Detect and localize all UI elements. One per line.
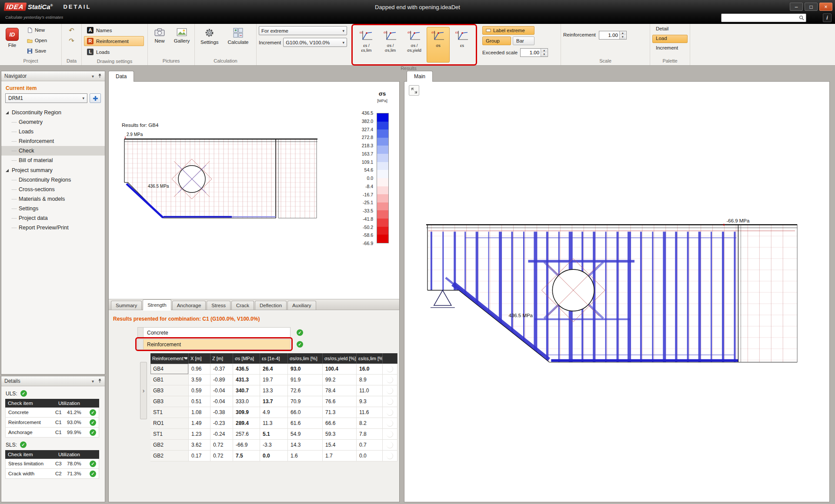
palette-increment-button[interactable]: Increment [652, 44, 688, 53]
result-row[interactable]: GB30.59-0.04340.713.372.678.411.0✓ [150, 385, 397, 396]
new-button[interactable]: New [24, 25, 50, 35]
check-row[interactable]: AnchorageC199.9%✓ [5, 428, 99, 438]
result-tab-strength[interactable]: Strength [143, 299, 171, 310]
result-tab-stress[interactable]: Stress [207, 301, 230, 310]
result-tab-anchorage[interactable]: Anchorage [172, 301, 206, 310]
tab-main[interactable]: Main [407, 71, 433, 82]
file-button[interactable]: ID File [2, 25, 22, 49]
exceeded-scale-value[interactable] [521, 49, 541, 56]
search-box[interactable] [721, 13, 806, 22]
tree-item-reinforcement[interactable]: Reinforcement [1, 136, 105, 146]
palette-load-button[interactable]: Load [652, 35, 688, 43]
main-drawing[interactable]: -66.9 MPa 436.5 MPa [404, 82, 829, 502]
result-row[interactable]: GB30.51-0.04333.013.770.976.69.3✓ [150, 396, 397, 407]
group-button[interactable]: Group [482, 36, 511, 45]
col-header[interactable]: X [m] [189, 353, 210, 364]
check-row[interactable]: ConcreteC141.2%✓ [5, 408, 99, 418]
section-row-reinforcement[interactable]: Reinforcement ✓ [137, 339, 303, 350]
result-type-button-2[interactable]: σs σs / σs,yield [403, 27, 426, 63]
result-type-label: σs,yield [407, 48, 421, 53]
tree-item-settings[interactable]: Settings [1, 204, 105, 213]
tree-item-check[interactable]: Check [1, 146, 105, 156]
spin-down-icon[interactable]: ▼ [541, 53, 547, 56]
reinforcement-toggle[interactable]: R Reinforcement [84, 36, 144, 46]
check-row[interactable]: Stress limitationC378.0%✓ [5, 459, 99, 469]
calculate-button[interactable]: +− Calculate [224, 25, 252, 46]
result-type-button-4[interactable]: εs εs [451, 27, 474, 63]
names-toggle[interactable]: A Names [84, 25, 144, 35]
result-tab-crack[interactable]: Crack [231, 301, 254, 310]
palette-detail-button[interactable]: Detail [652, 25, 688, 33]
new-picture-button[interactable]: New [150, 25, 169, 45]
chevron-down-icon[interactable]: ▾ [92, 379, 94, 384]
spin-up-icon[interactable]: ▲ [541, 49, 547, 53]
tab-data[interactable]: Data [108, 71, 134, 82]
result-row[interactable]: RO11.49-0.23289.411.361.666.68.2✓ [150, 418, 397, 429]
table-expander[interactable]: › [140, 362, 147, 419]
info-button[interactable]: i [823, 13, 832, 22]
redo-button[interactable]: ↷ [66, 36, 77, 45]
increment-select[interactable]: G100.0%, V100.0% ▾ [283, 38, 347, 47]
result-tab-auxiliary[interactable]: Auxiliary [287, 301, 316, 310]
spin-up-icon[interactable]: ▲ [620, 31, 626, 35]
tree-item-loads[interactable]: Loads [1, 127, 105, 136]
close-button[interactable]: × [819, 3, 832, 11]
open-button[interactable]: Open [24, 36, 50, 45]
result-tab-summary[interactable]: Summary [111, 301, 142, 310]
tree-item-report-preview-print[interactable]: Report Preview/Print [1, 223, 105, 232]
result-row[interactable]: GB40.96-0.37436.526.493.0100.416.0✓ [150, 364, 397, 375]
loads-toggle[interactable]: L Loads [84, 47, 144, 57]
col-header[interactable]: σs/σs,lim [%] [288, 353, 323, 364]
add-item-button[interactable] [90, 93, 101, 103]
undo-button[interactable]: ↶ [66, 25, 77, 35]
col-header[interactable]: σs/σs,yield [%] [323, 353, 357, 364]
result-type-button-1[interactable]: σs σs / σs,lim [379, 27, 402, 63]
tree-item-materials-models[interactable]: Materials & models [1, 194, 105, 204]
minimize-button[interactable]: – [790, 3, 803, 11]
result-row[interactable]: GB20.170.727.50.01.61.70.0✓ [150, 451, 397, 461]
search-input[interactable] [723, 15, 799, 20]
pin-icon[interactable] [98, 73, 102, 79]
tree-parent-1[interactable]: Project summary [1, 165, 105, 175]
check-row[interactable]: Crack widthC271.3%✓ [5, 469, 99, 479]
maximize-button[interactable]: □ [805, 3, 818, 11]
pin-icon[interactable] [98, 378, 102, 384]
gallery-button[interactable]: Gallery [171, 25, 192, 45]
label-extreme-button[interactable]: Label extreme [482, 26, 534, 35]
zoom-extents-icon[interactable] [409, 85, 419, 96]
tree-parent-0[interactable]: Discontinuity Region [1, 107, 105, 117]
spin-down-icon[interactable]: ▼ [620, 35, 626, 39]
result-row[interactable]: ST11.23-0.24257.65.154.959.37.8✓ [150, 429, 397, 440]
result-tab-deflection[interactable]: Deflection [255, 301, 287, 310]
col-header[interactable]: σs [MPa] [233, 353, 260, 364]
settings-button[interactable]: Settings [197, 25, 222, 46]
result-row[interactable]: ST11.08-0.38309.94.966.071.311.6✓ [150, 407, 397, 418]
extreme-select[interactable]: For extreme ▾ [259, 26, 347, 35]
result-type-button-0[interactable]: εs εs / εs,lim [355, 27, 378, 63]
tree-item-discontinuity-regions[interactable]: Discontinuity Regions [1, 175, 105, 185]
collapse-icon[interactable] [6, 169, 9, 172]
col-header[interactable]: Reinforcement [150, 353, 189, 364]
save-button[interactable]: Save [24, 46, 50, 56]
col-header[interactable]: Z [m] [210, 353, 233, 364]
result-type-button-3[interactable]: σs σs [427, 27, 450, 63]
tree-item-cross-sections[interactable]: Cross-sections [1, 185, 105, 194]
tree-item-bill-of-material[interactable]: Bill of material [1, 156, 105, 165]
col-header[interactable]: εs/εs,lim [%] [357, 353, 383, 364]
chevron-down-icon[interactable]: ▾ [92, 74, 94, 79]
reinforcement-scale-stepper[interactable]: ▲▼ [599, 31, 627, 40]
tree-item-project-data[interactable]: Project data [1, 213, 105, 223]
result-drawing-area[interactable]: Results for: GB4 2.9 MPa 436.5 MPa σs [M… [109, 82, 399, 299]
result-row[interactable]: GB23.620.72-66.9-3.314.315.40.7✓ [150, 440, 397, 451]
section-row-concrete[interactable]: Concrete ✓ [137, 327, 303, 338]
exceeded-scale-stepper[interactable]: ▲▼ [520, 48, 548, 57]
bar-button[interactable]: Bar [513, 36, 534, 45]
col-header[interactable]: εs [1e-4] [260, 353, 288, 364]
collapse-icon[interactable] [6, 111, 9, 114]
result-row[interactable]: GB13.59-0.89431.319.791.999.28.9✓ [150, 375, 397, 385]
check-row[interactable]: ReinforcementC193.0%✓ [5, 418, 99, 428]
current-item-select[interactable]: DRM1 ▾ [5, 93, 87, 103]
reinforcement-scale-value[interactable] [599, 31, 619, 39]
filter-icon[interactable] [184, 357, 187, 360]
tree-item-geometry[interactable]: Geometry [1, 117, 105, 127]
